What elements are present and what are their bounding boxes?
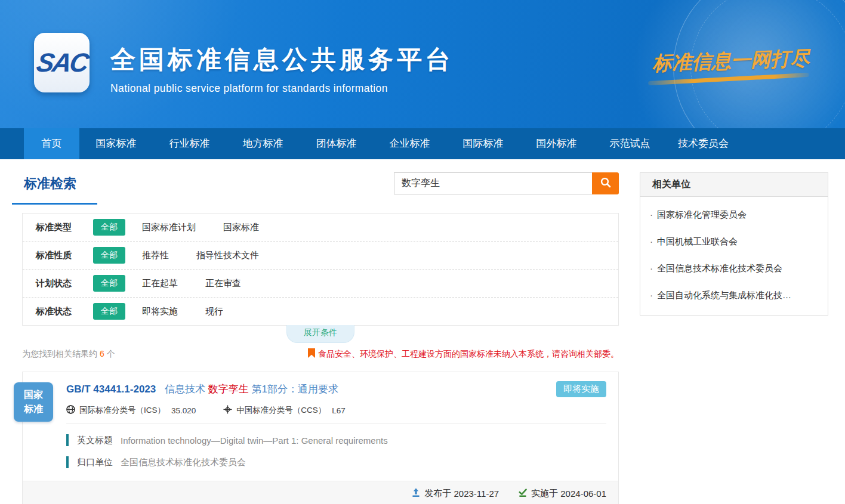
main-nav: 首页 国家标准 行业标准 地方标准 团体标准 企业标准 国际标准 国外标准 示范… — [0, 128, 845, 159]
header-slogan: 标准信息一网打尽 — [652, 45, 810, 77]
page-title: 标准检索 — [22, 172, 76, 205]
standard-title-link[interactable]: GB/T 43441.1-2023 信息技术 数字孪生 第1部分：通用要求 — [66, 382, 606, 396]
published-date: 2023-11-27 — [454, 488, 499, 499]
field-bar — [66, 456, 69, 468]
site-header: SAC 全国标准信息公共服务平台 National public service… — [0, 0, 845, 128]
results-info-row: 为您找到相关结果约6个 食品安全、环境保护、工程建设方面的国家标准未纳入本系统，… — [22, 348, 619, 360]
expand-conditions-button[interactable]: 展开条件 — [286, 325, 354, 343]
bookmark-icon — [308, 348, 318, 360]
ics-value: 35.020 — [171, 406, 196, 415]
filter-option[interactable]: 推荐性 — [142, 250, 169, 261]
notice-text: 食品安全、环境保护、工程建设方面的国家标准未纳入本系统，请咨询相关部委。 — [318, 349, 619, 360]
related-organizations-panel: 相关单位 国家标准化管理委员会 中国机械工业联合会 全国信息技术标准化技术委员会… — [640, 172, 828, 316]
field-label: 归口单位 — [77, 457, 113, 468]
implemented-date: 2024-06-01 — [560, 488, 606, 499]
filter-label: 计划状态 — [36, 278, 93, 289]
classification-row: 国际标准分类号（ICS） 35.020 中国标准分类号（CCS） L67 — [66, 405, 606, 416]
sidebar-item-it-standardization-committee[interactable]: 全国信息技术标准化技术委员会 — [640, 255, 828, 282]
check-icon — [518, 488, 531, 499]
nav-item-group-standards[interactable]: 团体标准 — [300, 128, 373, 159]
filter-row-plan-status: 计划状态 全部 正在起草 正在审查 — [23, 269, 618, 297]
filter-option[interactable]: 国家标准计划 — [142, 222, 196, 233]
compass-icon — [223, 405, 236, 416]
filter-option[interactable]: 国家标准 — [223, 222, 259, 233]
nav-item-international-standards[interactable]: 国际标准 — [446, 128, 520, 159]
standard-title-part1: 信息技术 — [165, 384, 205, 395]
card-footer: 发布于 2023-11-27 实施于 2024-06-01 — [23, 481, 618, 504]
filter-option[interactable]: 现行 — [205, 306, 223, 317]
published-date-item: 发布于 2023-11-27 — [411, 488, 499, 499]
filter-all-button[interactable]: 全部 — [93, 219, 125, 236]
filter-all-button[interactable]: 全部 — [93, 303, 125, 320]
implemented-label: 实施于 — [531, 488, 558, 499]
filter-option[interactable]: 正在审查 — [205, 278, 241, 289]
site-title: 全国标准信息公共服务平台 — [110, 43, 454, 76]
field-value: 全国信息技术标准化技术委员会 — [121, 457, 246, 468]
filter-option[interactable]: 指导性技术文件 — [196, 250, 259, 261]
filter-label: 标准性质 — [36, 250, 93, 261]
nav-item-local-standards[interactable]: 地方标准 — [226, 128, 300, 159]
nav-item-national-standards[interactable]: 国家标准 — [79, 128, 153, 159]
field-committee: 归口单位 全国信息技术标准化技术委员会 — [66, 456, 606, 468]
search-icon — [600, 177, 612, 190]
field-bar — [66, 434, 69, 446]
filter-all-button[interactable]: 全部 — [93, 275, 125, 292]
ics-classification: 国际标准分类号（ICS） 35.020 — [66, 405, 196, 416]
nav-item-pilot-programs[interactable]: 示范试点 — [593, 128, 667, 159]
ccs-classification: 中国标准分类号（CCS） L67 — [223, 405, 346, 416]
site-title-block: 全国标准信息公共服务平台 National public service pla… — [110, 43, 454, 95]
sac-logo: SAC — [34, 33, 90, 92]
search-button[interactable] — [592, 172, 619, 194]
globe-icon — [66, 405, 79, 416]
filter-row-standard-type: 标准类型 全部 国家标准计划 国家标准 — [23, 214, 618, 241]
filter-row-standard-status: 标准状态 全部 即将实施 现行 — [23, 297, 618, 325]
site-subtitle: National public service platform for sta… — [110, 82, 454, 95]
filter-row-standard-nature: 标准性质 全部 推荐性 指导性技术文件 — [23, 241, 618, 269]
nav-item-technical-committees[interactable]: 技术委员会 — [667, 128, 740, 159]
results-summary-suffix: 个 — [107, 349, 115, 358]
status-badge: 即将实施 — [556, 381, 606, 397]
field-value: Information technology—Digital twin—Part… — [121, 435, 388, 446]
results-summary: 为您找到相关结果约6个 — [22, 349, 115, 360]
sidebar-list: 国家标准化管理委员会 中国机械工业联合会 全国信息技术标准化技术委员会 全国自动… — [640, 197, 828, 315]
system-notice: 食品安全、环境保护、工程建设方面的国家标准未纳入本系统，请咨询相关部委。 — [308, 348, 619, 360]
type-badge-line2: 标准 — [24, 402, 43, 416]
field-english-title: 英文标题 Information technology—Digital twin… — [66, 434, 606, 446]
results-count: 6 — [100, 349, 104, 358]
filter-panel: 标准类型 全部 国家标准计划 国家标准 标准性质 全部 推荐性 指导性技术文件 … — [22, 213, 619, 326]
nav-item-industry-standards[interactable]: 行业标准 — [153, 128, 226, 159]
sac-logo-text: SAC — [34, 48, 90, 78]
sidebar-title: 相关单位 — [640, 173, 828, 197]
type-badge-line1: 国家 — [24, 388, 43, 402]
search-section: 标准检索 — [22, 172, 619, 205]
card-body: GB/T 43441.1-2023 信息技术 数字孪生 第1部分：通用要求 国际… — [23, 372, 618, 481]
standard-title-part2: 第1部分：通用要求 — [251, 384, 338, 395]
standard-result-card: 国家 标准 即将实施 GB/T 43441.1-2023 信息技术 数字孪生 第… — [22, 372, 619, 504]
main-column: 标准检索 标准类型 全部 国家标准计划 国家标准 标准性质 全部 推荐性 — [22, 172, 619, 504]
filter-label: 标准类型 — [36, 222, 93, 233]
implemented-date-item: 实施于 2024-06-01 — [518, 488, 606, 499]
results-summary-prefix: 为您找到相关结果约 — [22, 349, 97, 358]
sidebar-item-sac[interactable]: 国家标准化管理委员会 — [640, 202, 828, 228]
filter-option[interactable]: 即将实施 — [142, 306, 178, 317]
ccs-value: L67 — [332, 406, 346, 415]
field-label: 英文标题 — [77, 435, 113, 446]
filter-option[interactable]: 正在起草 — [142, 278, 178, 289]
card-divider — [66, 423, 606, 424]
nav-item-home[interactable]: 首页 — [24, 128, 79, 159]
filter-all-button[interactable]: 全部 — [93, 247, 125, 264]
publish-icon — [411, 488, 424, 499]
search-box — [394, 172, 619, 194]
content-area: 标准检索 标准类型 全部 国家标准计划 国家标准 标准性质 全部 推荐性 — [0, 159, 845, 504]
standard-type-badge: 国家 标准 — [14, 382, 53, 422]
sidebar-item-automation-committee[interactable]: 全国自动化系统与集成标准化技… — [640, 282, 828, 309]
filter-label: 标准状态 — [36, 306, 93, 317]
ics-label: 国际标准分类号（ICS） — [79, 405, 165, 416]
ccs-label: 中国标准分类号（CCS） — [236, 405, 326, 416]
standard-title-highlight: 数字孪生 — [208, 384, 249, 395]
standard-code: GB/T 43441.1-2023 — [66, 384, 156, 395]
nav-item-foreign-standards[interactable]: 国外标准 — [520, 128, 593, 159]
nav-item-enterprise-standards[interactable]: 企业标准 — [373, 128, 446, 159]
sidebar-item-machinery-federation[interactable]: 中国机械工业联合会 — [640, 228, 828, 255]
search-input[interactable] — [394, 172, 592, 194]
